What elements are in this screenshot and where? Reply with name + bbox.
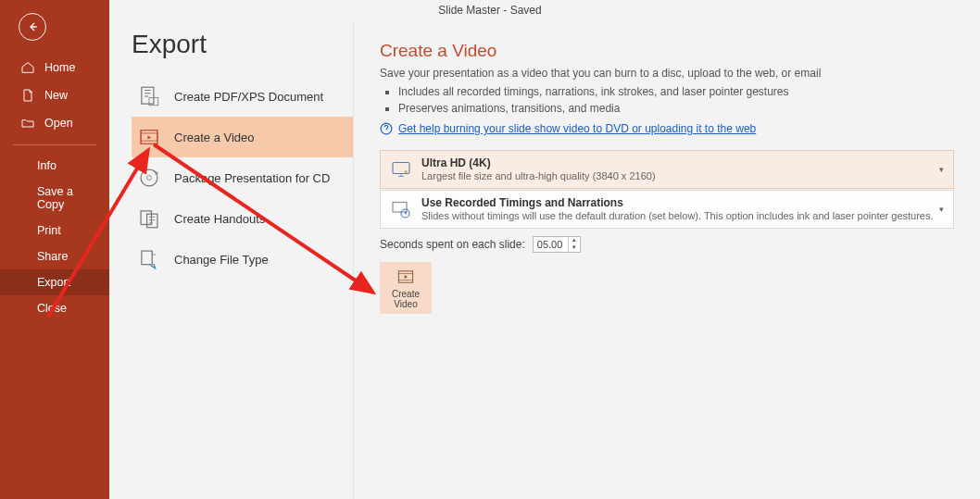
export-option-change-type[interactable]: Change File Type [132,239,353,280]
seconds-label: Seconds spent on each slide: [380,238,525,251]
seconds-spinner[interactable]: 05.00 ▲ ▼ [533,236,581,253]
cd-icon [137,166,161,190]
svg-rect-7 [142,251,152,265]
svg-rect-5 [141,211,151,225]
arrow-left-icon [25,19,40,34]
sidebar-item-new[interactable]: New [0,81,109,109]
create-video-label: Create Video [380,289,432,309]
bullet-item: Preserves animations, transitions, and m… [398,100,954,117]
svg-point-3 [141,169,157,186]
timing-sub: Slides without timings will use the defa… [421,210,934,221]
sidebar-item-open[interactable]: Open [0,109,109,137]
sidebar-separator [13,144,96,145]
export-option-label: Change File Type [174,253,269,267]
main-content: Export Create PDF/XPS Document Create a … [109,20,980,499]
help-row: Get help burning your slide show video t… [380,122,954,135]
spinner-up[interactable]: ▲ [569,237,580,244]
export-option-label: Package Presentation for CD [174,171,330,185]
title-bar: Slide Master - Saved [0,0,980,20]
sidebar-label: Print [37,224,61,237]
timing-title: Use Recorded Timings and Narrations [421,196,934,209]
export-option-label: Create a Video [174,131,255,144]
sidebar-item-share[interactable]: Share [0,243,109,269]
sidebar-label: Open [44,117,73,130]
sidebar-label: New [44,89,68,102]
detail-bullets: Includes all recorded timings, narration… [398,83,954,117]
export-option-package[interactable]: Package Presentation for CD [132,157,353,198]
back-button[interactable] [19,13,46,41]
pdf-icon [137,84,161,108]
detail-heading: Create a Video [380,41,954,61]
dropdown-text: Use Recorded Timings and Narrations Slid… [421,196,934,222]
detail-intro: Save your presentation as a video that y… [380,67,954,80]
sidebar-item-export[interactable]: Export [0,269,109,295]
bullet-item: Includes all recorded timings, narration… [398,83,954,100]
sidebar-label: Close [37,302,67,315]
create-video-icon [396,267,416,287]
svg-point-4 [147,176,152,181]
handouts-icon [137,206,161,231]
svg-rect-6 [147,214,157,228]
export-option-label: Create PDF/XPS Document [174,90,323,104]
chevron-down-icon: ▾ [939,165,944,174]
quality-title: Ultra HD (4K) [421,156,656,169]
chevron-down-icon: ▾ [939,205,944,214]
export-option-handouts[interactable]: Create Handouts [132,198,353,239]
timings-dropdown[interactable]: Use Recorded Timings and Narrations Slid… [380,190,954,229]
spinner-buttons: ▲ ▼ [568,237,580,252]
backstage-sidebar: Home New Open Info Save a Copy Print Sha… [0,0,109,499]
monitor-icon [390,158,412,181]
sidebar-item-close[interactable]: Close [0,295,109,321]
export-options-column: Export Create PDF/XPS Document Create a … [109,20,354,499]
timings-icon [390,198,412,220]
spinner-down[interactable]: ▼ [569,244,580,252]
change-type-icon [137,247,161,271]
export-option-video[interactable]: Create a Video [132,117,353,157]
export-detail-column: Create a Video Save your presentation as… [354,20,980,499]
export-option-pdf[interactable]: Create PDF/XPS Document [132,76,353,117]
seconds-value: 05.00 [534,237,568,252]
sidebar-item-info[interactable]: Info [0,153,109,179]
quality-sub: Largest file size and ultra-high quality… [421,170,656,181]
sidebar-item-save-copy[interactable]: Save a Copy [0,179,109,218]
open-icon [20,116,35,131]
sidebar-item-home[interactable]: Home [0,54,109,81]
create-video-button[interactable]: Create Video [380,262,432,314]
new-icon [20,88,35,103]
seconds-row: Seconds spent on each slide: 05.00 ▲ ▼ [380,236,954,253]
sidebar-item-print[interactable]: Print [0,218,109,243]
sidebar-label: Share [37,250,68,263]
sidebar-label: Save a Copy [37,185,96,211]
quality-dropdown[interactable]: Ultra HD (4K) Largest file size and ultr… [380,150,954,189]
dropdown-text: Ultra HD (4K) Largest file size and ultr… [421,156,656,182]
sidebar-label: Info [37,159,57,172]
home-icon [20,60,35,75]
sidebar-label: Export [37,276,70,289]
sidebar-label: Home [44,61,75,74]
help-icon [380,122,393,135]
svg-rect-10 [393,203,407,213]
export-option-label: Create Handouts [174,212,265,226]
video-icon [137,125,161,149]
page-title: Export [132,30,353,59]
help-link[interactable]: Get help burning your slide show video t… [398,122,756,135]
